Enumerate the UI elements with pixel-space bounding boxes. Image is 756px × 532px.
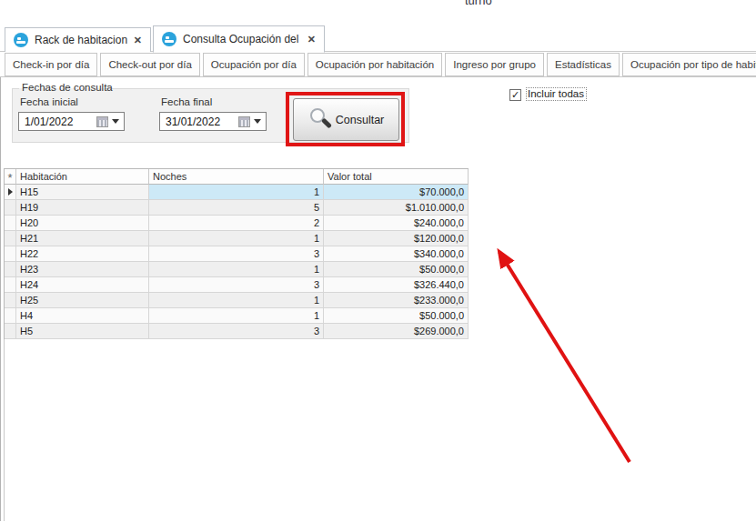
grid-row-h23[interactable]: H231$50.000,0: [5, 262, 469, 277]
top-cropped-text: turno: [465, 0, 492, 7]
hotel-room-icon: [162, 32, 176, 46]
subtab-ocupaci-n-por-d-a[interactable]: Ocupación por día: [203, 53, 305, 76]
row-selector-cell[interactable]: [5, 231, 16, 246]
ocupacion-data-grid: * Habitación Noches Valor total H151$70.…: [4, 168, 469, 339]
chevron-down-icon[interactable]: [112, 119, 119, 124]
subtab-estad-sticas[interactable]: Estadísticas: [547, 53, 620, 76]
grid-row-h22[interactable]: H223$340.000,0: [5, 246, 469, 262]
cell-habitacion[interactable]: H5: [16, 324, 149, 339]
subtab-ocupaci-n-por-tipo-de-habitaci-n[interactable]: Ocupación por tipo de habitación: [622, 53, 756, 76]
calendar-icon[interactable]: [96, 116, 108, 127]
cell-noches[interactable]: 3: [149, 277, 324, 293]
fecha-final-datepicker[interactable]: 31/01/2022: [159, 112, 267, 131]
groupbox-title: Fechas de consulta: [22, 82, 113, 93]
consultar-button-label: Consultar: [336, 114, 385, 126]
grid-header-row: * Habitación Noches Valor total: [5, 169, 469, 185]
fecha-inicial-label: Fecha inicial: [20, 96, 78, 107]
fecha-inicial-value: 1/01/2022: [19, 115, 96, 128]
cell-noches[interactable]: 1: [149, 185, 324, 200]
cell-noches[interactable]: 5: [149, 200, 324, 216]
fecha-inicial-datepicker[interactable]: 1/01/2022: [18, 112, 125, 131]
cell-noches[interactable]: 1: [149, 293, 324, 308]
asterisk-icon: *: [7, 174, 12, 183]
grid-row-h15[interactable]: H151$70.000,0: [5, 185, 469, 200]
grid-row-h20[interactable]: H202$240.000,0: [5, 216, 469, 231]
close-icon[interactable]: ✕: [134, 35, 142, 46]
grid-row-h4[interactable]: H41$50.000,0: [5, 308, 469, 324]
consultar-button[interactable]: Consultar: [293, 98, 399, 141]
column-header-noches[interactable]: Noches: [149, 169, 324, 185]
cell-valor[interactable]: $50.000,0: [324, 262, 469, 277]
chevron-down-icon[interactable]: [254, 119, 261, 124]
tab-consulta-ocupacion-del-hotel[interactable]: Consulta Ocupación del hotel ✕: [153, 25, 325, 53]
cell-habitacion[interactable]: H15: [16, 185, 149, 200]
cell-noches[interactable]: 1: [149, 262, 324, 277]
cell-habitacion[interactable]: H21: [16, 231, 149, 246]
cell-habitacion[interactable]: H22: [16, 246, 149, 262]
cell-valor[interactable]: $50.000,0: [324, 308, 469, 324]
cell-noches[interactable]: 3: [149, 246, 324, 262]
fecha-final-label: Fecha final: [161, 96, 212, 107]
subtab-ocupaci-n-por-habitaci-n[interactable]: Ocupación por habitación: [307, 53, 442, 76]
incluir-todas-label[interactable]: Incluir todas: [526, 87, 587, 101]
cell-valor[interactable]: $70.000,0: [324, 185, 469, 200]
app-window: turno Rack de habitaciones ✕ Consulta Oc…: [0, 0, 756, 532]
fecha-final-value: 31/01/2022: [160, 115, 238, 128]
row-selector-cell[interactable]: [5, 262, 16, 277]
row-selector-cell[interactable]: [5, 308, 16, 324]
subtab-check-out-por-d-a[interactable]: Check-out por día: [100, 53, 199, 76]
row-selector-cell[interactable]: [5, 200, 16, 216]
cell-valor[interactable]: $1.010.000,0: [324, 200, 469, 216]
calendar-icon[interactable]: [238, 116, 250, 127]
cell-habitacion[interactable]: H23: [16, 262, 149, 277]
row-selector-cell[interactable]: [5, 293, 16, 308]
row-selector-cell[interactable]: [5, 324, 16, 339]
report-tab-bar: Check-in por díaCheck-out por díaOcupaci…: [5, 53, 756, 76]
grid-row-h21[interactable]: H211$120.000,0: [5, 231, 469, 246]
row-selector-header[interactable]: *: [5, 169, 16, 185]
cell-valor[interactable]: $233.000,0: [324, 293, 469, 308]
cell-valor[interactable]: $326.440,0: [324, 277, 469, 293]
cell-habitacion[interactable]: H25: [16, 293, 149, 308]
column-header-valor-total[interactable]: Valor total: [324, 169, 469, 185]
cell-valor[interactable]: $340.000,0: [324, 246, 469, 262]
cell-valor[interactable]: $120.000,0: [324, 231, 469, 246]
cell-valor[interactable]: $269.000,0: [324, 324, 469, 339]
cell-habitacion[interactable]: H4: [16, 308, 149, 324]
cell-habitacion[interactable]: H20: [16, 216, 149, 231]
close-icon[interactable]: ✕: [307, 34, 316, 45]
grid-row-h5[interactable]: H53$269.000,0: [5, 324, 469, 339]
hotel-room-icon: [14, 33, 28, 47]
column-header-habitacion[interactable]: Habitación: [16, 169, 149, 185]
tab-label: Consulta Ocupación del hotel: [183, 33, 301, 45]
tab-rack-de-habitaciones[interactable]: Rack de habitaciones ✕: [5, 27, 151, 52]
cell-noches[interactable]: 2: [149, 216, 324, 231]
panel-left-border: [0, 77, 1, 521]
cell-noches[interactable]: 3: [149, 324, 324, 339]
search-icon: [308, 106, 332, 134]
tab-label: Rack de habitaciones: [35, 34, 127, 46]
cell-habitacion[interactable]: H24: [16, 277, 149, 293]
incluir-todas-checkbox[interactable]: ✓: [509, 89, 521, 101]
subtab-check-in-por-d-a[interactable]: Check-in por día: [5, 53, 97, 76]
report-tab-divider: [0, 76, 756, 77]
subtab-ingreso-por-grupo[interactable]: Ingreso por grupo: [445, 53, 544, 76]
grid-row-h24[interactable]: H243$326.440,0: [5, 277, 469, 293]
row-selector-cell[interactable]: [5, 185, 16, 200]
check-icon: ✓: [511, 89, 519, 100]
row-selector-cell[interactable]: [5, 277, 16, 293]
cell-noches[interactable]: 1: [149, 231, 324, 246]
row-selector-cell[interactable]: [5, 216, 16, 231]
grid-row-h25[interactable]: H251$233.000,0: [5, 293, 469, 308]
grid-row-h19[interactable]: H195$1.010.000,0: [5, 200, 469, 216]
cell-valor[interactable]: $240.000,0: [324, 216, 469, 231]
cell-habitacion[interactable]: H19: [16, 200, 149, 216]
cell-noches[interactable]: 1: [149, 308, 324, 324]
row-selector-cell[interactable]: [5, 246, 16, 262]
current-row-arrow-icon: [8, 188, 13, 196]
